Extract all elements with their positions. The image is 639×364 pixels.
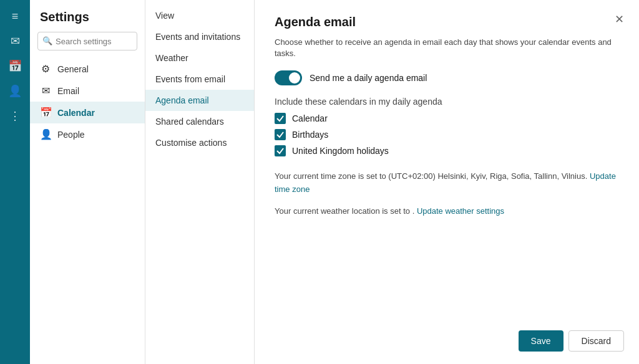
submenu-weather[interactable]: Weather	[145, 47, 254, 69]
uk-holidays-checkbox-row: United Kingdom holidays	[275, 145, 619, 156]
close-button[interactable]: ✕	[610, 10, 629, 29]
nav-item-people[interactable]: 👤 People	[30, 123, 145, 145]
sidebar-nav-icon-5[interactable]: ⋮	[4, 105, 26, 127]
page-description: Choose whether to receive an agenda in e…	[275, 37, 619, 59]
birthdays-checkbox-label: Birthdays	[292, 130, 328, 140]
submenu-customise-actions[interactable]: Customise actions	[145, 132, 254, 153]
sidebar-nav-icon-3[interactable]: 📅	[4, 55, 26, 77]
sidebar-nav-icon-1[interactable]: ≡	[4, 5, 26, 27]
page-title: Agenda email	[275, 15, 619, 29]
search-icon: 🔍	[42, 36, 52, 46]
submenu-agenda-email[interactable]: Agenda email	[145, 90, 254, 111]
app-sidebar: ≡ ✉ 📅 👤 ⋮	[0, 0, 30, 364]
calendar-icon: 📅	[40, 107, 51, 118]
calendar-checkbox[interactable]	[275, 113, 286, 124]
birthdays-checkbox-row: Birthdays	[275, 129, 619, 140]
search-wrapper: 🔍	[30, 32, 145, 58]
sidebar-nav-icon-4[interactable]: 👤	[4, 80, 26, 102]
main-content: ✕ Agenda email Choose whether to receive…	[255, 0, 639, 364]
submenu-events-invitations[interactable]: Events and invitations	[145, 26, 254, 47]
uk-holidays-checkbox-label: United Kingdom holidays	[292, 146, 389, 156]
birthdays-checkbox[interactable]	[275, 129, 286, 140]
toggle-row: Send me a daily agenda email	[275, 70, 619, 85]
settings-title: Settings	[30, 10, 145, 32]
search-input[interactable]	[37, 32, 137, 50]
calendar-checkbox-label: Calendar	[292, 113, 328, 123]
timezone-info: Your current time zone is set to (UTC+02…	[275, 170, 619, 196]
timezone-text: Your current time zone is set to (UTC+02…	[275, 171, 587, 181]
nav-item-general-label: General	[57, 64, 89, 74]
toggle-label: Send me a daily agenda email	[310, 73, 427, 83]
calendar-checkbox-row: Calendar	[275, 113, 619, 124]
people-icon: 👤	[40, 128, 51, 140]
weather-info: Your current weather location is set to …	[275, 205, 619, 218]
nav-item-email-label: Email	[57, 86, 79, 96]
daily-agenda-toggle[interactable]	[275, 70, 302, 85]
uk-holidays-checkbox[interactable]	[275, 145, 286, 156]
submenu-events-from-email[interactable]: Events from email	[145, 69, 254, 90]
toggle-slider	[275, 70, 302, 85]
submenu-view[interactable]: View	[145, 5, 254, 26]
nav-item-calendar[interactable]: 📅 Calendar	[30, 102, 145, 123]
settings-nav: Settings 🔍 ⚙ General ✉ Email 📅 Calendar …	[30, 0, 145, 364]
nav-item-email[interactable]: ✉ Email	[30, 80, 145, 102]
calendar-submenu: View Events and invitations Weather Even…	[145, 0, 255, 364]
weather-text: Your current weather location is set to …	[275, 206, 414, 216]
settings-container: Settings 🔍 ⚙ General ✉ Email 📅 Calendar …	[30, 0, 639, 364]
general-icon: ⚙	[40, 63, 51, 75]
sidebar-nav-icon-2[interactable]: ✉	[4, 30, 26, 52]
footer-buttons: Save Discard	[519, 330, 624, 352]
nav-item-people-label: People	[57, 130, 85, 140]
submenu-shared-calendars[interactable]: Shared calendars	[145, 111, 254, 132]
save-button[interactable]: Save	[519, 330, 563, 352]
include-calendars-label: Include these calendars in my daily agen…	[275, 97, 619, 107]
discard-button[interactable]: Discard	[568, 330, 624, 352]
nav-item-calendar-label: Calendar	[57, 108, 95, 118]
email-icon: ✉	[40, 85, 51, 97]
nav-item-general[interactable]: ⚙ General	[30, 58, 145, 80]
update-weather-link[interactable]: Update weather settings	[417, 206, 504, 216]
